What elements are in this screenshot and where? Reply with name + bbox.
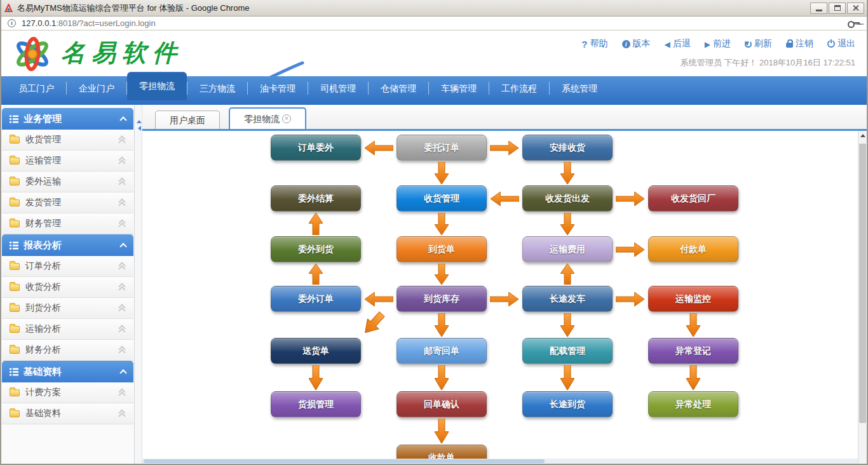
sidebar-section-title: 业务管理: [24, 113, 121, 125]
app-favicon: [4, 4, 13, 13]
flow-node[interactable]: 订单委外: [271, 135, 361, 161]
scroll-up-button[interactable]: [858, 131, 867, 140]
sidebar-item[interactable]: 收货分析: [2, 277, 133, 298]
horizontal-scroll-thumb[interactable]: [144, 459, 545, 463]
sidebar-item[interactable]: 计费方案: [2, 382, 133, 403]
page-info-icon[interactable]: i: [8, 19, 16, 27]
status-datetime: 2018年10月16日 17:22:51: [759, 58, 855, 67]
flow-arrow: [560, 313, 574, 337]
sidebar-item[interactable]: 财务管理: [2, 213, 133, 234]
flow-node[interactable]: 回单确认: [397, 391, 487, 417]
nav-tab[interactable]: 系统管理: [550, 76, 609, 100]
nav-tab[interactable]: 仓储管理: [369, 76, 428, 100]
folder-icon: [10, 199, 20, 206]
content-tab[interactable]: 零担物流: [229, 107, 306, 129]
flow-node[interactable]: 配载管理: [522, 338, 613, 364]
vertical-scroll-thumb[interactable]: [859, 144, 866, 423]
sidebar-section-header[interactable]: 报表分析: [2, 234, 133, 256]
list-icon: [10, 115, 18, 123]
header-link-刷新[interactable]: 刷新: [745, 38, 772, 50]
content-tabstrip: 用户桌面零担物流: [142, 105, 867, 129]
sidebar-item[interactable]: 运输分析: [2, 319, 133, 340]
sidebar-item[interactable]: 财务分析: [2, 340, 133, 361]
header-link-label: 注销: [796, 38, 813, 50]
flow-node[interactable]: 异常登记: [648, 338, 738, 364]
address-bar[interactable]: i 127.0.0.1:8018/?act=userLogin.login: [1, 17, 867, 30]
sidebar-item[interactable]: 发货管理: [2, 192, 133, 213]
minimize-button[interactable]: [810, 3, 827, 14]
list-icon: [10, 241, 18, 250]
flow-arrow: [490, 292, 519, 307]
sidebar-item[interactable]: 收货管理: [2, 130, 133, 151]
refresh-icon: [745, 41, 752, 48]
sidebar-section-header[interactable]: 基础资料: [2, 361, 133, 382]
header-link-后退[interactable]: 后退: [665, 38, 691, 50]
sidebar-item[interactable]: 运输管理: [2, 151, 133, 172]
sidebar-item[interactable]: 到货分析: [2, 298, 133, 319]
nav-tab[interactable]: 企业门户: [67, 76, 126, 100]
flow-node[interactable]: 长途到货: [522, 391, 613, 417]
nav-tab[interactable]: 员工门户: [6, 76, 66, 100]
header-link-版本[interactable]: 版本: [622, 38, 651, 50]
flow-node[interactable]: 运输费用: [522, 236, 613, 262]
header-link-label: 前进: [713, 38, 731, 50]
flow-node[interactable]: 货损管理: [271, 391, 361, 417]
sidebar-item[interactable]: 基础资料: [2, 403, 133, 424]
app-header: 名易软件 帮助版本后退前进刷新注销退出 系统管理员 下午好！ 2018年10月1…: [1, 30, 867, 76]
flow-node[interactable]: 委托订单: [397, 135, 487, 161]
header-link-帮助[interactable]: 帮助: [581, 38, 607, 50]
content-tab[interactable]: 用户桌面: [155, 111, 220, 129]
flow-arrow: [560, 213, 574, 235]
back-icon: [665, 39, 670, 49]
flow-node[interactable]: 委外到货: [271, 236, 361, 262]
flow-node[interactable]: 收发货回厂: [648, 185, 738, 212]
nav-tab[interactable]: 三方物流: [187, 76, 247, 100]
sidebar-collapse-handle[interactable]: [135, 105, 142, 464]
nav-tab[interactable]: 司机管理: [308, 76, 368, 100]
flow-node[interactable]: 安排收货: [522, 135, 613, 161]
flow-node[interactable]: 邮寄回单: [397, 338, 487, 364]
nav-tab[interactable]: 油卡管理: [248, 76, 308, 100]
close-button[interactable]: [847, 3, 864, 14]
flow-node[interactable]: 送货单: [271, 338, 361, 364]
flow-arrow: [686, 313, 700, 337]
flow-node[interactable]: 到货单: [397, 236, 487, 262]
flow-node[interactable]: 运输监控: [648, 286, 738, 312]
sidebar-item[interactable]: 订单分析: [2, 256, 133, 277]
flow-node[interactable]: 收货管理: [397, 185, 487, 212]
sidebar-section-header[interactable]: 业务管理: [2, 108, 133, 130]
forward-icon: [705, 39, 710, 49]
power-icon: [827, 40, 835, 48]
content-tab-label: 用户桌面: [170, 112, 205, 129]
header-link-注销[interactable]: 注销: [786, 38, 813, 50]
tab-close-icon[interactable]: [282, 114, 291, 123]
key-icon[interactable]: [848, 20, 860, 27]
horizontal-scrollbar[interactable]: [142, 459, 858, 464]
flow-node[interactable]: 委外订单: [271, 286, 361, 312]
nav-tab[interactable]: 零担物流: [127, 72, 187, 100]
flow-node[interactable]: 异常处理: [648, 391, 738, 417]
url-text[interactable]: 127.0.0.1:8018/?act=userLogin.login: [22, 18, 848, 28]
maximize-button[interactable]: [829, 3, 846, 14]
brand: 名易软件: [8, 33, 183, 72]
flow-arrow: [560, 365, 574, 390]
flow-node[interactable]: 收款单: [397, 445, 487, 459]
double-chevron-up-icon: [118, 178, 126, 185]
flow-arrow: [309, 213, 323, 235]
sidebar-item[interactable]: 委外运输: [2, 172, 133, 192]
flow-node[interactable]: 付款单: [648, 236, 738, 262]
browser-titlebar[interactable]: 名易MyTMS物流运输综合管理平台 for 体验版 - Google Chrom…: [1, 0, 867, 17]
flow-arrow: [560, 162, 574, 184]
header-link-前进[interactable]: 前进: [705, 38, 731, 50]
nav-tab[interactable]: 工作流程: [489, 76, 549, 100]
flow-node[interactable]: 长途发车: [522, 286, 613, 312]
nav-tab[interactable]: 车辆管理: [429, 76, 489, 100]
vertical-scrollbar[interactable]: [858, 131, 867, 464]
header-link-退出[interactable]: 退出: [827, 38, 855, 50]
flow-node[interactable]: 委外结算: [271, 185, 361, 212]
flow-node[interactable]: 收发货出发: [522, 185, 613, 212]
flow-arrow: [616, 191, 645, 206]
flow-node[interactable]: 到货库存: [397, 286, 487, 312]
flow-arrow: [435, 162, 449, 184]
sidebar-item-label: 基础资料: [25, 408, 118, 419]
